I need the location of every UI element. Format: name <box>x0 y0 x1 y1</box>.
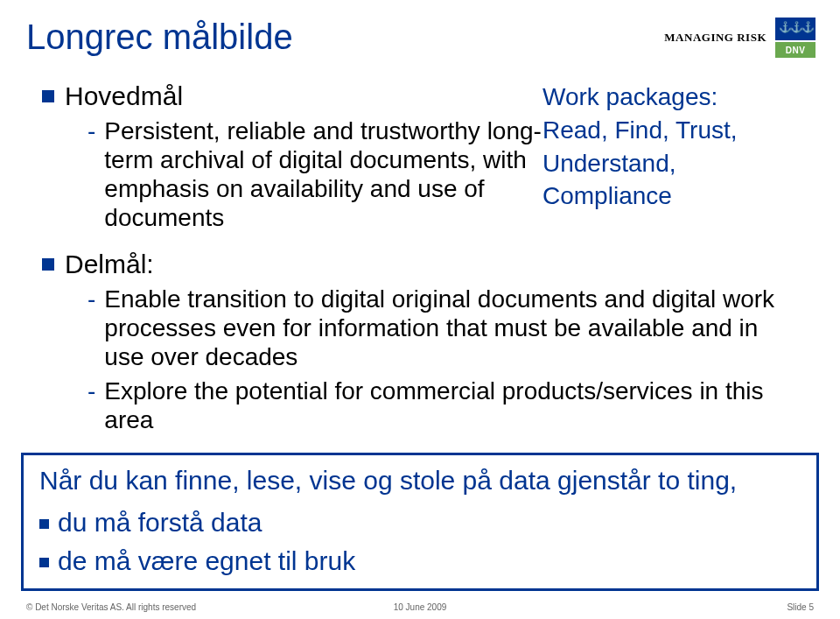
callout-item1-text: du må forstå data <box>58 508 262 538</box>
logo-text: DNV <box>775 42 816 58</box>
wp-line2: Read, Find, Trust, <box>542 114 805 147</box>
square-bullet-icon <box>39 519 49 529</box>
delmal-label: Delmål: <box>65 250 154 279</box>
work-packages-box: Work packages: Read, Find, Trust, Unders… <box>542 81 805 213</box>
callout-box: Når du kan finne, lese, vise og stole på… <box>21 453 819 591</box>
header-right: MANAGING RISK DNV <box>664 18 816 58</box>
logo-anchors-icon <box>775 18 816 40</box>
callout-item2-text: de må være egnet til bruk <box>58 546 355 576</box>
square-bullet-icon <box>39 558 49 567</box>
delmal-heading: Delmål: <box>42 250 814 279</box>
dash-bullet-icon: - <box>88 116 95 232</box>
footer-date: 10 June 2009 <box>394 602 447 612</box>
wp-line1: Work packages: <box>542 81 805 114</box>
hovedmal-label: Hovedmål <box>65 81 183 111</box>
dnv-logo: DNV <box>775 18 816 58</box>
hovedmal-sub1-text: Persistent, reliable and trustworthy lon… <box>104 116 586 232</box>
dash-bullet-icon: - <box>88 376 95 434</box>
footer: © Det Norske Veritas AS. All rights rese… <box>26 602 814 612</box>
hovedmal-sub1: - Persistent, reliable and trustworthy l… <box>88 116 586 232</box>
slide: MANAGING RISK DNV Longrec målbilde Hoved… <box>0 0 840 619</box>
footer-copyright: © Det Norske Veritas AS. All rights rese… <box>26 602 196 612</box>
delmal-sub2-text: Explore the potential for commercial pro… <box>104 376 779 434</box>
delmal-sub1: - Enable transition to digital original … <box>88 285 779 371</box>
wp-line3: Understand, Compliance <box>542 147 805 214</box>
square-bullet-icon <box>42 258 54 271</box>
delmal-sub1-text: Enable transition to digital original do… <box>104 285 779 371</box>
callout-line1: Når du kan finne, lese, vise og stole på… <box>39 466 801 496</box>
dash-bullet-icon: - <box>88 285 95 371</box>
delmal-sub2: - Explore the potential for commercial p… <box>88 376 779 434</box>
managing-risk-label: MANAGING RISK <box>664 31 766 45</box>
callout-item1: du må forstå data <box>39 508 801 538</box>
callout-item2: de må være egnet til bruk <box>39 546 801 576</box>
footer-slide-number: Slide 5 <box>787 602 814 612</box>
square-bullet-icon <box>42 90 54 102</box>
